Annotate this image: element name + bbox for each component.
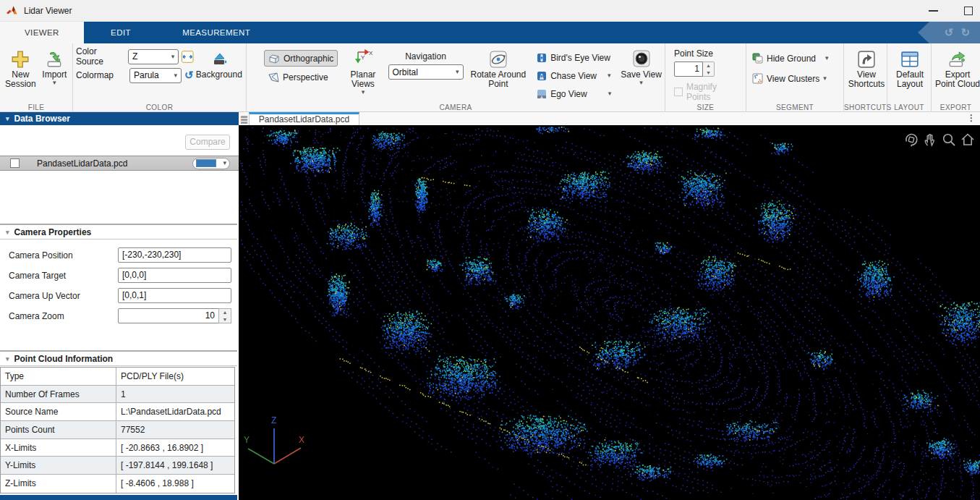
- save-view-icon: [631, 48, 652, 70]
- table-row: Y-Limits [ -197.8144 , 199.1648 ]: [1, 457, 234, 475]
- tab-measurement[interactable]: MEASUREMENT: [158, 22, 275, 43]
- collapse-arrow-icon: ▾: [6, 115, 9, 122]
- section-color: Color Source Z ▾ Colormap Par: [73, 43, 247, 112]
- quick-access-toolbar: ↺ ↻: [918, 22, 980, 43]
- point-cloud-info-header[interactable]: ▾ Point Cloud Information: [0, 350, 237, 366]
- planar-views-button[interactable]: Y X Planar Views ▾: [344, 47, 382, 102]
- compare-button[interactable]: Compare: [185, 135, 230, 150]
- camera-zoom-input[interactable]: 10: [118, 308, 231, 323]
- camera-position-input[interactable]: [-230,-230,230]: [118, 247, 231, 263]
- svg-text:Y: Y: [361, 54, 365, 61]
- maximize-icon[interactable]: [964, 7, 973, 15]
- magnify-points-checkbox[interactable]: [674, 88, 683, 96]
- spin-down-icon[interactable]: ▼: [703, 69, 714, 77]
- chevron-down-icon: ▾: [639, 80, 643, 86]
- colorbar-limits-icon[interactable]: [182, 51, 194, 63]
- spin-up-icon[interactable]: ▲: [703, 62, 714, 69]
- colormap-label: Colormap: [76, 70, 127, 80]
- chase-view-button[interactable]: Chase View ▾: [533, 67, 615, 84]
- point-size-label: Point Size: [674, 47, 743, 62]
- rotate-around-point-icon: [487, 48, 509, 70]
- document-tab[interactable]: PandasetLidarData.pcd: [249, 112, 359, 125]
- view-clusters-button[interactable]: View Clusters ▾: [752, 70, 840, 87]
- tab-list-icon[interactable]: ▬▬▬: [241, 114, 248, 123]
- default-layout-button[interactable]: Default Layout: [890, 47, 929, 89]
- point-color-dropdown[interactable]: ▾: [192, 158, 230, 169]
- home-icon[interactable]: [960, 132, 976, 148]
- point-cloud-info-table: Type PCD/PLY File(s) Number Of Frames 1 …: [0, 367, 235, 493]
- table-row: Z-Limits [ -8.4606 , 18.988 ]: [1, 475, 234, 493]
- tab-actions-icon[interactable]: ⋮: [967, 113, 976, 123]
- svg-text:X: X: [369, 50, 373, 56]
- table-row: Number Of Frames 1: [1, 386, 234, 404]
- chevron-down-icon: ▾: [362, 89, 365, 96]
- table-row: Source Name L:\PandasetLidarData.pcd: [1, 403, 234, 421]
- rotate-around-point-button[interactable]: Rotate Around Point: [469, 47, 528, 102]
- section-export: Export Point Cloud EXPORT: [932, 43, 980, 112]
- redo-icon[interactable]: ↻: [960, 26, 970, 39]
- axis-triad: Z Y X: [239, 411, 325, 473]
- color-source-dropdown[interactable]: Z ▾: [128, 49, 179, 64]
- tab-viewer[interactable]: VIEWER: [0, 22, 84, 43]
- background-button[interactable]: Background: [195, 47, 243, 85]
- ego-view-button[interactable]: Ego View ▾: [533, 85, 615, 102]
- rotate-3d-icon[interactable]: [903, 132, 919, 148]
- new-session-button[interactable]: New Session: [3, 47, 38, 89]
- view-shortcuts-icon: [857, 48, 876, 70]
- camera-target-input[interactable]: [0,0,0]: [118, 268, 231, 283]
- camera-zoom-stepper[interactable]: ▲▼: [218, 308, 231, 323]
- export-point-cloud-button[interactable]: Export Point Cloud: [934, 47, 980, 89]
- export-point-cloud-icon: [947, 48, 968, 70]
- birds-eye-view-icon: [537, 53, 547, 63]
- point-cloud-canvas[interactable]: [239, 125, 980, 500]
- chevron-down-icon: ▾: [608, 72, 611, 79]
- ego-view-icon: [537, 89, 547, 99]
- tab-edit[interactable]: EDIT: [86, 22, 155, 43]
- chevron-down-icon: ▾: [456, 69, 459, 75]
- axes-toolbar: [903, 132, 976, 148]
- chevron-down-icon: ▾: [174, 72, 177, 79]
- camera-up-vector-row: Camera Up Vector [0,0,1]: [0, 288, 239, 303]
- section-segment: Hide Ground ▾ View Clusters ▾ SEGMENT: [746, 43, 844, 112]
- background-color-icon: [209, 48, 229, 70]
- zoom-icon[interactable]: [941, 132, 957, 148]
- orthographic-button[interactable]: Orthographic: [264, 50, 338, 67]
- camera-up-vector-input[interactable]: [0,0,1]: [118, 288, 231, 303]
- camera-position-row: Camera Position [-230,-230,230]: [0, 247, 239, 263]
- axis-x-label: X: [299, 435, 304, 445]
- camera-target-row: Camera Target [0,0,0]: [0, 268, 239, 283]
- import-button[interactable]: Import ▾: [40, 47, 69, 89]
- axis-z-label: Z: [271, 415, 276, 425]
- chevron-down-icon: ▾: [171, 54, 175, 60]
- perspective-button[interactable]: Perspective: [264, 69, 338, 85]
- view-clusters-icon: [752, 73, 763, 84]
- data-browser-header[interactable]: ▾ Data Browser: [0, 112, 239, 125]
- view-shortcuts-button[interactable]: View Shortcuts: [847, 47, 886, 89]
- save-view-button[interactable]: Save View ▾: [621, 47, 662, 102]
- section-size: Point Size 1 ▲▼ Magnify Points SIZE: [665, 43, 746, 112]
- spin-up-icon[interactable]: ▲: [219, 309, 231, 316]
- pan-hand-icon[interactable]: [922, 132, 938, 148]
- camera-properties-header[interactable]: ▾ Camera Properties: [0, 224, 237, 240]
- point-size-stepper[interactable]: 1 ▲▼: [674, 62, 715, 77]
- point-cloud-list-item[interactable]: PandasetLidarData.pcd ▾: [0, 156, 239, 171]
- minimize-icon[interactable]: [929, 10, 938, 12]
- orthographic-icon: [268, 54, 280, 64]
- spin-down-icon[interactable]: ▼: [219, 316, 231, 323]
- table-row: Points Count 77552: [1, 421, 234, 439]
- panel-bottom-strip: [0, 495, 237, 500]
- navigation-dropdown[interactable]: Orbital ▾: [388, 64, 464, 80]
- viewer-pane: ▬▬▬ PandasetLidarData.pcd ⋮: [239, 112, 980, 500]
- planar-views-icon: Y X: [352, 48, 374, 70]
- refresh-colormap-icon[interactable]: ↺: [184, 69, 194, 82]
- import-icon: [45, 48, 64, 70]
- birds-eye-view-button[interactable]: Bird's Eye View: [533, 49, 615, 66]
- default-layout-icon: [900, 48, 919, 70]
- section-file: New Session Import ▾ FILE: [0, 43, 73, 112]
- color-swatch: [196, 159, 216, 167]
- colormap-dropdown[interactable]: Parula ▾: [129, 68, 182, 83]
- point-cloud-view: Z Y X: [239, 125, 980, 500]
- undo-icon[interactable]: ↺: [945, 26, 954, 39]
- file-checkbox[interactable]: [10, 158, 20, 168]
- hide-ground-button[interactable]: Hide Ground ▾: [752, 50, 840, 67]
